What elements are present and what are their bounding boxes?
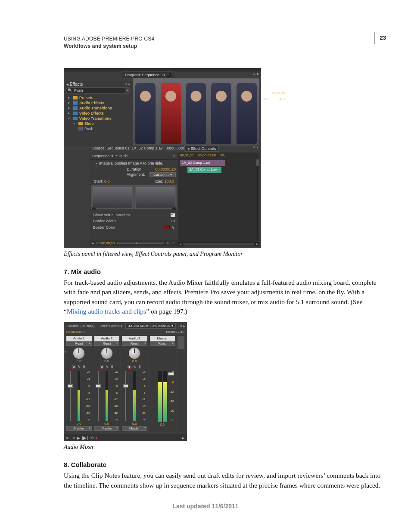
fader-thumb[interactable] <box>123 384 128 388</box>
program-tab-label: Program: Sequence 03 <box>125 73 165 77</box>
channel-strips: Audio 1 Read 0.0 🔇✎🎙 +6+30-6-12-18-30-∞ … <box>64 334 187 432</box>
program-monitor-tab[interactable]: Program: Sequence 03 <box>122 72 174 78</box>
panel-menu-icon[interactable]: ≡ <box>180 324 182 328</box>
color-swatch[interactable] <box>164 225 170 229</box>
panel-close-icon[interactable]: ▸ <box>257 146 258 149</box>
duration-value[interactable]: 00;00;00;20 <box>155 167 176 171</box>
record-enable-icon[interactable]: 🎙 <box>82 365 86 369</box>
automation-mode[interactable]: Read <box>122 341 147 346</box>
play-in-out-icon[interactable]: {▶} <box>82 436 88 440</box>
tab-audio-mixer[interactable]: ◂ Audio Mixer: Sequence 01 ▾ <box>125 323 176 329</box>
pan-knob[interactable] <box>101 348 112 359</box>
tree-item-audio-effects[interactable]: ▸Audio Effects <box>65 100 131 106</box>
vertical-scrollbar[interactable] <box>256 159 259 239</box>
current-timecode[interactable]: 00;00;00;00 <box>97 241 115 245</box>
mute-icon[interactable]: 🔇 <box>72 365 76 369</box>
horizontal-scrollbar[interactable]: ◂▸ <box>178 242 259 246</box>
mixer-scrollbar[interactable] <box>177 335 185 432</box>
prop-border-width: Border Width <box>93 219 116 223</box>
panel-menu-icon[interactable]: ≡ <box>253 72 255 76</box>
automation-mode[interactable]: Read <box>94 341 120 346</box>
tab-effect-controls[interactable]: Effect Controls <box>97 324 124 328</box>
track-name[interactable]: Master <box>150 336 175 341</box>
effects-panel-tab[interactable]: ◂ Effects ≡ ▸ <box>64 81 133 87</box>
solo-icon[interactable]: ✎ <box>106 365 109 369</box>
border-width-value[interactable]: 0.0 <box>169 219 175 223</box>
zoom-scrubber[interactable] <box>117 243 164 244</box>
play-icon[interactable]: ▶ <box>77 436 80 440</box>
tree-item-presets[interactable]: ▸Presets <box>65 95 131 100</box>
timeline-ruler[interactable]: 00;01;00 00;00;02;00 00; <box>178 152 259 158</box>
record-enable-icon[interactable]: 🎙 <box>110 365 114 369</box>
record-enable-icon[interactable]: 🎙 <box>138 365 142 369</box>
panel-menu-icons: ≡ ▸ <box>253 72 259 76</box>
scroll-right-icon[interactable]: ▸ <box>182 436 184 440</box>
start-thumbnail[interactable] <box>91 185 134 209</box>
folder-icon <box>73 101 78 105</box>
start-value[interactable]: 0.0 <box>104 179 110 184</box>
toggle-icon[interactable]: ⊕ <box>172 154 176 158</box>
master-meter-l <box>158 371 162 422</box>
tab-source[interactable]: Source: (no clips) <box>65 324 97 328</box>
pan-knob[interactable] <box>129 348 140 359</box>
effect-controls-timeline: 00;01;00 00;00;02;00 00; 1A_02 Comp 1.av… <box>178 152 259 246</box>
tool-icon[interactable]: ✄ <box>167 241 170 245</box>
mute-icon[interactable]: 🔇 <box>127 365 132 369</box>
pan-value: 0.0 <box>77 359 81 363</box>
panel-close-icon[interactable]: ▸ <box>257 72 259 76</box>
go-to-out-icon[interactable]: ⇥ <box>72 436 75 440</box>
go-to-in-icon[interactable]: ⇤ <box>66 436 70 440</box>
panel-menu-icon[interactable]: ≡ <box>253 146 255 149</box>
dropdown-icon[interactable] <box>167 73 171 77</box>
eyedropper-icon[interactable]: ✎ <box>171 226 175 230</box>
clip-b[interactable]: 2A_03 Comp 1.av <box>187 167 221 173</box>
tree-item-slide[interactable]: ▾Slide <box>65 121 131 126</box>
checkbox-show-actual-sources[interactable] <box>171 213 175 217</box>
pan-knob[interactable] <box>73 348 84 359</box>
fader-thumb[interactable] <box>96 384 101 388</box>
loop-icon[interactable]: ⟲ <box>90 436 93 440</box>
tree-item-audio-transitions[interactable]: ▸Audio Transitions <box>65 106 131 111</box>
automation-mode[interactable]: Read <box>150 341 175 346</box>
tree-item-video-effects[interactable]: ▸Video Effects <box>65 111 131 116</box>
automation-mode[interactable]: Read <box>66 341 92 346</box>
db-ticks: +6+30-6-12-18-30-∞ <box>81 371 90 421</box>
clear-search-icon[interactable]: × <box>125 88 130 93</box>
output-dropdown[interactable]: Master <box>122 426 147 431</box>
fader-track[interactable] <box>98 371 99 421</box>
master-level-value: 0.0 <box>160 423 165 426</box>
tool-icon[interactable]: ▭ <box>172 241 176 245</box>
alignment-dropdown[interactable]: Custom ... ▾ <box>149 172 176 177</box>
solo-icon[interactable]: ✎ <box>133 365 137 369</box>
end-value[interactable]: 100.0 <box>164 179 174 184</box>
track-name[interactable]: Audio 1 <box>66 336 92 341</box>
program-monitor-view <box>133 78 259 146</box>
effect-description: ▸Image B pushes Image A to one side. <box>90 160 178 167</box>
param-duration: Duration 00;00;00;20 <box>90 167 178 172</box>
record-icon[interactable]: ● <box>95 436 98 440</box>
clip-a[interactable]: 1A_02 Comp 1.avi <box>180 160 225 166</box>
output-dropdown[interactable]: Master <box>66 426 92 431</box>
mixer-timecodes: 00;00;00;00 00;00;17;13 <box>64 330 187 334</box>
panel-menu-icon[interactable]: ≡ ▸ <box>125 82 130 86</box>
tree-item-push[interactable]: Push <box>65 126 131 131</box>
timecode-left[interactable]: 00;00;00;00 <box>66 330 84 334</box>
solo-icon[interactable]: ✎ <box>78 365 81 369</box>
fader-track[interactable] <box>70 371 71 421</box>
panel-close-icon[interactable]: ▸ <box>183 324 185 328</box>
track-name[interactable]: Audio 2 <box>94 336 120 341</box>
search-icon: 🔍 <box>68 88 72 93</box>
mute-icon[interactable]: 🔇 <box>100 365 104 369</box>
fader-thumb[interactable] <box>68 384 73 388</box>
tree-item-video-transitions[interactable]: ▾Video Transitions <box>65 116 131 121</box>
end-thumbnail[interactable] <box>134 185 177 209</box>
expand-sends-icon[interactable]: ▸ <box>65 350 66 354</box>
fader-track[interactable] <box>125 371 126 421</box>
output-dropdown[interactable]: Master <box>94 426 120 431</box>
effect-controls-tab[interactable]: ◂ Effect Controls <box>184 146 219 152</box>
source-tab[interactable]: Source: Sequence 01: 1A_02 Comp 1.avi: 0… <box>90 146 189 152</box>
effects-panel-title: Effects <box>70 82 83 87</box>
effects-search-field[interactable]: 🔍 Push × <box>65 87 131 93</box>
track-name[interactable]: Audio 3 <box>122 336 147 341</box>
link-mixing-audio[interactable]: Mixing audio tracks and clips <box>67 308 146 315</box>
